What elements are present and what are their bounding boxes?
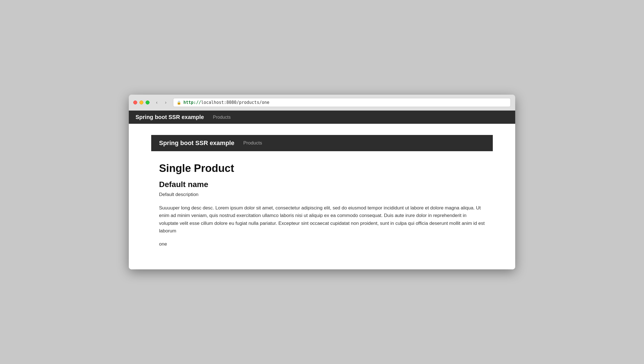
- product-long-description: Suuuuper long desc desc. Lorem ipsum dol…: [159, 204, 485, 235]
- lock-icon: 🔒: [177, 101, 181, 105]
- nav-buttons: ‹ ›: [153, 99, 170, 106]
- browser-chrome: ‹ › 🔒 http://localhost:8080/products/one: [129, 95, 515, 111]
- page-title: Single Product: [159, 162, 485, 174]
- url-protocol: http://: [183, 100, 201, 105]
- close-button[interactable]: [133, 101, 137, 104]
- inner-navbar-brand: Spring boot SSR example: [159, 139, 234, 147]
- browser-window: ‹ › 🔒 http://localhost:8080/products/one…: [129, 95, 515, 269]
- inner-navbar-products-link[interactable]: Products: [243, 140, 262, 146]
- minimize-button[interactable]: [139, 101, 143, 104]
- browser-content: Spring boot SSR example Products Spring …: [129, 111, 515, 269]
- inner-navbar: Spring boot SSR example Products: [151, 135, 493, 151]
- top-navbar-products-link[interactable]: Products: [213, 115, 230, 120]
- traffic-lights: [133, 101, 150, 104]
- forward-button[interactable]: ›: [162, 99, 170, 106]
- maximize-button[interactable]: [146, 101, 150, 104]
- address-text: http://localhost:8080/products/one: [183, 100, 269, 105]
- content-wrapper: Spring boot SSR example Products Single …: [140, 135, 504, 258]
- product-short-description: Default description: [159, 192, 485, 197]
- top-navbar: Spring boot SSR example Products: [129, 111, 515, 124]
- url-rest: localhost:8080/products/one: [201, 100, 269, 105]
- main-content: Spring boot SSR example Products Single …: [129, 124, 515, 269]
- address-bar[interactable]: 🔒 http://localhost:8080/products/one: [173, 98, 511, 107]
- product-id: one: [159, 241, 485, 247]
- product-name: Default name: [159, 180, 485, 189]
- back-button[interactable]: ‹: [153, 99, 161, 106]
- product-section: Single Product Default name Default desc…: [151, 151, 493, 258]
- top-navbar-brand: Spring boot SSR example: [136, 114, 204, 120]
